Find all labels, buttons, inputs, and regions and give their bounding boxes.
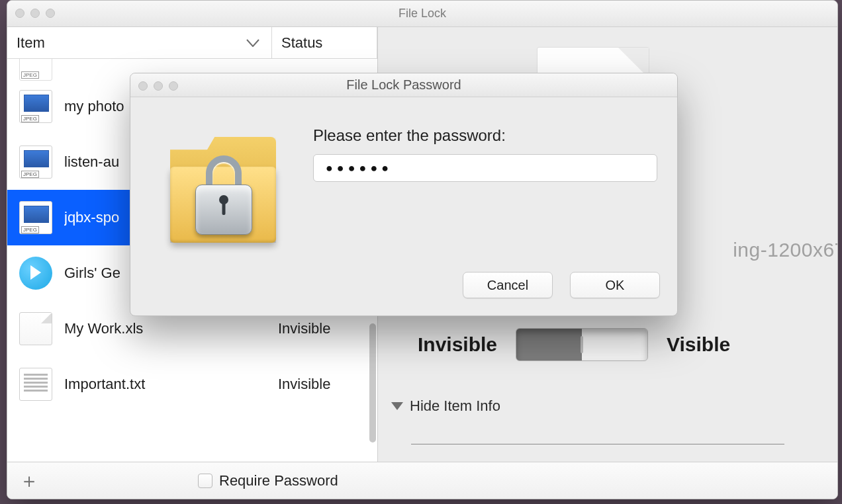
list-item-name: My Work.xls <box>64 320 263 337</box>
detail-separator <box>411 444 784 444</box>
visibility-toggle[interactable] <box>516 328 648 361</box>
close-window-button[interactable] <box>15 9 24 18</box>
padlock-icon <box>195 155 252 235</box>
locked-folder-icon <box>170 137 276 243</box>
text-thumb-icon <box>19 368 52 401</box>
dialog-close-button[interactable] <box>138 81 148 91</box>
invisible-label: Invisible <box>418 333 497 356</box>
list-scrollbar[interactable] <box>369 323 376 442</box>
document-thumb-icon <box>19 312 52 345</box>
password-masked-value: ●●●●●● <box>326 161 393 175</box>
main-window-title: File Lock <box>7 7 837 21</box>
jpeg-thumb-icon <box>19 146 52 179</box>
disclosure-label: Hide Item Info <box>410 398 500 415</box>
list-item[interactable]: Important.txt Invisible <box>7 357 377 412</box>
dialog-window-controls <box>138 81 178 91</box>
jpeg-tag-label: JPEG <box>21 71 39 79</box>
hide-item-info-disclosure[interactable]: Hide Item Info <box>391 398 500 415</box>
dialog-title: File Lock Password <box>130 77 677 93</box>
main-titlebar: File Lock <box>7 1 837 27</box>
column-header-item-label: Item <box>17 34 45 52</box>
dialog-titlebar: File Lock Password <box>130 73 677 97</box>
column-header-status[interactable]: Status <box>272 27 377 58</box>
checkbox-icon <box>198 474 212 488</box>
column-header-item[interactable]: Item <box>7 27 272 58</box>
list-item-status: Invisible <box>278 376 377 393</box>
password-input[interactable]: ●●●●●● <box>313 154 657 182</box>
require-password-checkbox[interactable]: Require Password <box>198 472 338 489</box>
column-headers: Item Status <box>7 27 377 59</box>
minimize-window-button[interactable] <box>30 9 40 18</box>
dialog-body: Please enter the password: ●●●●●● Cancel… <box>130 97 677 315</box>
dialog-minimize-button[interactable] <box>154 81 163 91</box>
dialog-zoom-button[interactable] <box>169 81 178 91</box>
jpeg-thumb-icon: JPEG <box>19 59 52 81</box>
visible-label: Visible <box>667 333 730 356</box>
visibility-toggle-row: Invisible Visible <box>418 328 798 361</box>
sort-indicator-icon <box>246 39 259 47</box>
zoom-window-button[interactable] <box>46 9 55 18</box>
cancel-button[interactable]: Cancel <box>463 272 553 298</box>
ok-button[interactable]: OK <box>570 272 660 298</box>
require-password-label: Require Password <box>219 472 338 489</box>
music-thumb-icon <box>19 257 52 290</box>
bottom-toolbar: ＋ Require Password <box>7 462 837 499</box>
column-header-status-label: Status <box>281 34 322 52</box>
password-prompt: Please enter the password: <box>313 126 506 145</box>
jpeg-thumb-icon <box>19 201 52 234</box>
password-dialog: File Lock Password Please enter the pass… <box>130 73 678 316</box>
add-item-button[interactable]: ＋ <box>19 471 39 491</box>
jpeg-thumb-icon <box>19 90 52 123</box>
list-item-status: Invisible <box>278 320 377 337</box>
window-controls <box>15 9 55 18</box>
dialog-button-row: Cancel OK <box>463 272 660 298</box>
disclosure-triangle-icon <box>391 402 403 410</box>
list-item-name: Important.txt <box>64 376 263 393</box>
